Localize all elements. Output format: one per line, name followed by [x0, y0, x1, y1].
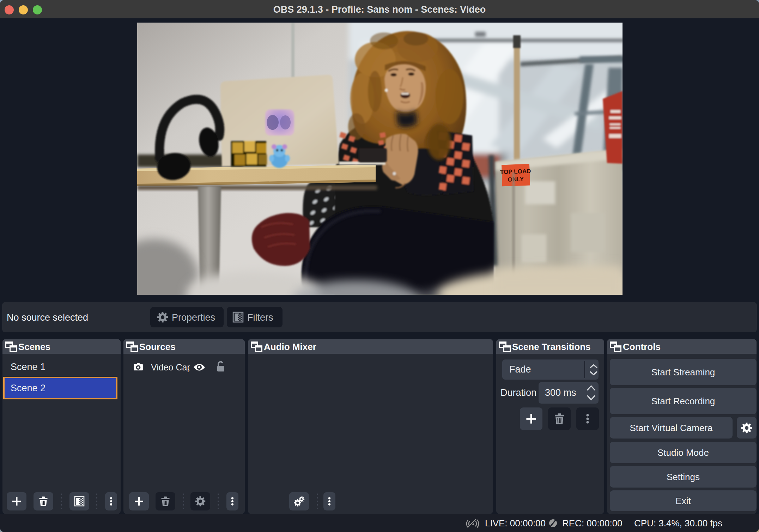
- svg-text:ONLY: ONLY: [508, 176, 524, 183]
- svg-text:TOP LOAD: TOP LOAD: [500, 168, 531, 175]
